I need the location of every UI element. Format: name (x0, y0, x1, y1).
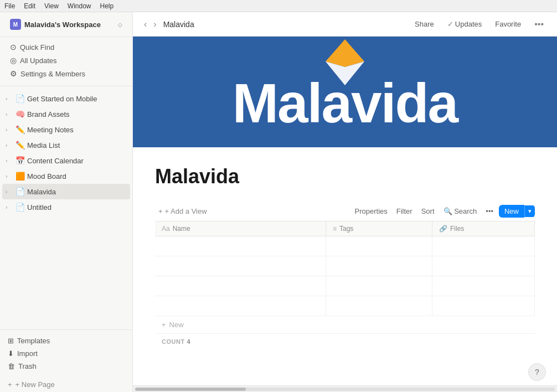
sidebar-item-brand-assets[interactable]: › 🧠 Brand Assets (2, 106, 130, 122)
workspace-row[interactable]: M Malavida's Workspace ◇ (7, 17, 126, 32)
sidebar-item-meeting-notes[interactable]: › ✏️ Meeting Notes (2, 122, 130, 137)
scroll-thumb[interactable] (135, 388, 246, 391)
trash-icon: 🗑 (8, 362, 15, 370)
new-row-label: New (169, 321, 184, 329)
menu-window[interactable]: Window (68, 2, 91, 10)
chevron-icon: › (6, 111, 13, 117)
sidebar-divider (0, 86, 132, 86)
menu-bar: File Edit View Window Help (0, 0, 557, 12)
menu-help[interactable]: Help (100, 2, 114, 10)
sidebar-item-mood-board[interactable]: › 🟧 Mood Board (2, 168, 130, 184)
cell-tags-2[interactable] (326, 276, 432, 296)
add-view-label: + Add a View (165, 207, 207, 215)
new-button-group: New ▾ (499, 205, 535, 218)
count-value: 4 (187, 338, 191, 345)
chevron-icon: › (6, 127, 13, 133)
table-row[interactable] (155, 296, 535, 316)
cell-tags-1[interactable] (326, 256, 432, 276)
table-more-button[interactable]: ••• (482, 205, 497, 217)
cell-name-1[interactable] (155, 256, 326, 276)
search-button[interactable]: 🔍 Search (440, 205, 481, 217)
column-header-files[interactable]: 🔗 Files (432, 221, 534, 236)
sidebar-item-all-updates[interactable]: ◎ All Updates (2, 54, 130, 67)
nav-label-all-updates: All Updates (20, 56, 56, 65)
sidebar: M Malavida's Workspace ◇ ⊙ Quick Find ◎ … (0, 12, 133, 392)
templates-label: Templates (17, 337, 50, 345)
page-icon-content-calendar: 📅 (16, 156, 25, 165)
sidebar-item-settings[interactable]: ⚙ Settings & Members (2, 67, 130, 80)
search-label: Search (454, 207, 477, 215)
new-record-button[interactable]: New (499, 205, 524, 218)
sidebar-item-templates[interactable]: ⊞ Templates (0, 334, 132, 347)
help-button[interactable]: ? (528, 363, 546, 381)
sidebar-label-malavida: Malavida (27, 188, 126, 196)
filter-button[interactable]: Filter (393, 205, 416, 217)
sidebar-item-media-list[interactable]: › ✏️ Media List (2, 137, 130, 153)
name-col-icon: Aa (162, 225, 170, 233)
sidebar-label-media-list: Media List (27, 141, 126, 149)
sidebar-item-malavida[interactable]: › 📄 Malavida (2, 184, 130, 199)
table-row[interactable] (155, 236, 535, 256)
chevron-icon: › (6, 96, 13, 102)
menu-view[interactable]: View (44, 2, 59, 10)
updates-label: Updates (455, 20, 482, 28)
nav-label-quick-find: Quick Find (20, 43, 54, 51)
back-button[interactable]: ‹ (142, 18, 149, 30)
chevron-icon: › (6, 142, 13, 148)
check-icon: ✓ (447, 20, 453, 28)
sidebar-item-get-started[interactable]: › 📄 Get Started on Mobile (2, 91, 130, 106)
favorite-button[interactable]: Favorite (491, 18, 525, 30)
cell-files-3[interactable] (432, 296, 534, 316)
sidebar-item-trash[interactable]: 🗑 Trash (0, 360, 132, 373)
more-options-button[interactable]: ••• (530, 17, 548, 32)
hero-logo (320, 37, 370, 86)
database-table: Aa Name ≡ Tags (155, 221, 535, 316)
table-row[interactable] (155, 276, 535, 296)
column-header-name[interactable]: Aa Name (155, 221, 326, 236)
chevron-icon: › (6, 204, 13, 210)
sidebar-label-content-calendar: Content Calendar (27, 157, 126, 165)
cell-tags-3[interactable] (326, 296, 432, 316)
page-icon-brand-assets: 🧠 (16, 110, 25, 118)
tags-col-icon: ≡ (333, 225, 337, 233)
sidebar-item-quick-find[interactable]: ⊙ Quick Find (2, 40, 130, 54)
sidebar-item-content-calendar[interactable]: › 📅 Content Calendar (2, 153, 130, 168)
cell-name-3[interactable] (155, 296, 326, 316)
sidebar-item-untitled[interactable]: › 📄 Untitled (2, 199, 130, 215)
sidebar-label-brand-assets: Brand Assets (27, 110, 126, 118)
column-header-tags[interactable]: ≡ Tags (326, 221, 432, 236)
properties-button[interactable]: Properties (352, 205, 391, 217)
cell-tags-0[interactable] (326, 236, 432, 256)
workspace-chevron-icon: ◇ (118, 22, 122, 28)
horizontal-scrollbar[interactable] (133, 385, 557, 392)
hero-image: Malavida (133, 37, 557, 147)
cell-files-1[interactable] (432, 256, 534, 276)
forward-button[interactable]: › (151, 18, 158, 30)
updates-button[interactable]: ✓ Updates (443, 18, 486, 30)
new-page-label: + New Page (16, 380, 55, 389)
new-row-button[interactable]: + New (155, 316, 535, 334)
workspace-icon: M (10, 19, 21, 30)
sidebar-item-import[interactable]: ⬇ Import (0, 347, 132, 360)
cell-files-2[interactable] (432, 276, 534, 296)
add-view-button[interactable]: + + Add a View (155, 205, 210, 217)
all-updates-icon: ◎ (10, 56, 17, 65)
cell-files-0[interactable] (432, 236, 534, 256)
page-icon-meeting-notes: ✏️ (16, 125, 25, 134)
sort-button[interactable]: Sort (418, 205, 438, 217)
menu-file[interactable]: File (4, 2, 15, 10)
cell-name-0[interactable] (155, 236, 326, 256)
new-page-button[interactable]: + + New Page (0, 377, 132, 392)
page-icon-get-started: 📄 (16, 94, 25, 103)
main-content: ‹ › Malavida Share ✓ Updates Favorite ••… (133, 12, 557, 392)
new-row-plus-icon: + (162, 321, 166, 329)
cell-name-2[interactable] (155, 276, 326, 296)
sidebar-nav: ⊙ Quick Find ◎ All Updates ⚙ Settings & … (0, 37, 132, 84)
share-button[interactable]: Share (410, 18, 439, 30)
new-record-dropdown[interactable]: ▾ (524, 205, 535, 217)
menu-edit[interactable]: Edit (24, 2, 35, 10)
add-view-plus-icon: + (158, 207, 163, 215)
page-title: Malavida (155, 165, 535, 188)
trash-label: Trash (18, 362, 37, 370)
table-row[interactable] (155, 256, 535, 276)
